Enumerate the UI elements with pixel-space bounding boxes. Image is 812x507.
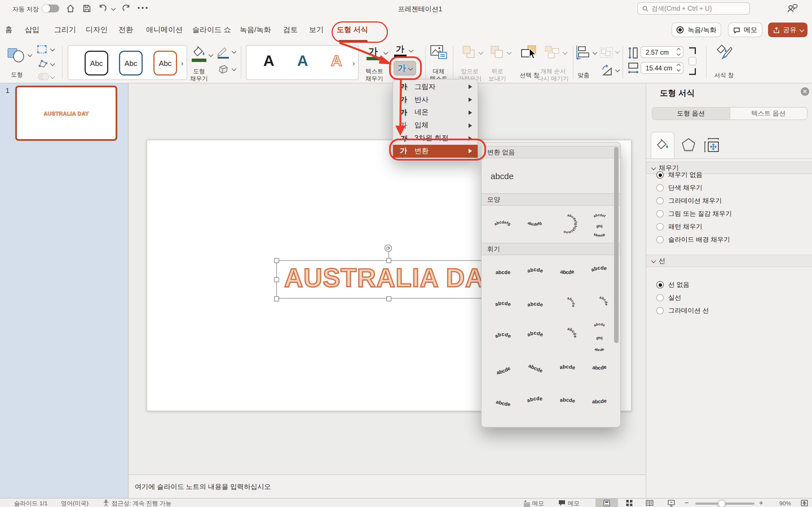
slide-thumbnail[interactable]: AUSTRALIA DAY — [15, 86, 117, 141]
send-backward-icon[interactable] — [490, 45, 505, 60]
warp-style-10[interactable]: abcde — [519, 322, 551, 351]
merge-shapes-chevron-icon[interactable] — [50, 74, 55, 79]
fill-option-pattern[interactable]: 패턴 채우기 — [656, 223, 702, 231]
zoom-in-icon[interactable]: + — [759, 499, 763, 507]
fill-option-none[interactable]: 채우기 없음 — [656, 171, 702, 179]
tab-animations[interactable]: 애니메이션 — [146, 25, 183, 38]
record-button[interactable]: 녹음/녹화 — [672, 22, 721, 37]
selection-handle-bc[interactable] — [386, 296, 391, 301]
language-indicator[interactable]: 영어(미국) — [61, 500, 89, 507]
selection-handle-tl[interactable] — [274, 258, 279, 263]
path-arch-up[interactable]: abcdefg — [487, 207, 518, 242]
wordart-style-2[interactable]: A — [297, 52, 308, 70]
fill-option-gradient[interactable]: 그라데이션 채우기 — [656, 196, 722, 205]
undo-chevron-icon[interactable] — [111, 6, 116, 11]
accessibility-status[interactable]: 접근성: 계속 진행 가능 — [112, 500, 171, 507]
warp-style-9[interactable]: abcde — [487, 322, 519, 351]
home-icon[interactable] — [65, 3, 75, 13]
width-input[interactable]: 15.44 cm — [641, 62, 683, 74]
alt-text-icon[interactable] — [430, 45, 447, 60]
warp-style-8[interactable]: abcde — [583, 289, 615, 318]
send-backward-chevron-icon[interactable] — [507, 50, 512, 55]
rotate-handle[interactable]: ⟳ — [385, 244, 392, 252]
rotate-icon[interactable] — [600, 64, 613, 76]
shape-outline-icon[interactable] — [216, 46, 230, 59]
tab-review[interactable]: 검토 — [283, 25, 298, 38]
comments-button[interactable]: 메모 — [728, 22, 762, 37]
shape-style-3[interactable]: Abc — [153, 51, 177, 75]
fit-to-window-icon[interactable] — [801, 500, 808, 506]
lock-aspect-button[interactable] — [689, 57, 696, 65]
autosave-toggle[interactable] — [42, 4, 59, 12]
warp-style-24[interactable]: abcde — [583, 420, 615, 428]
slide-wordart-text[interactable]: AUSTRALIA DAY — [284, 263, 500, 293]
line-option-solid[interactable]: 실선 — [656, 293, 681, 302]
shape-effects-chevron-icon[interactable] — [232, 66, 237, 71]
fill-option-solid[interactable]: 단색 채우기 — [656, 184, 702, 192]
comments-toggle-label[interactable]: 메모 — [568, 500, 580, 507]
warp-style-12[interactable]: abcdeghijabcde — [583, 322, 615, 351]
reorder-objects-icon[interactable] — [544, 45, 561, 60]
warp-style-18[interactable]: abcde — [519, 387, 551, 416]
notes-area[interactable]: 여기에 슬라이드 노트의 내용을 입력하십시오 — [129, 474, 646, 498]
warp-style-23[interactable]: abcde — [552, 420, 583, 428]
warp-style-3[interactable]: abcde — [552, 256, 583, 286]
fill-option-background[interactable]: 슬라이드 배경 채우기 — [656, 235, 730, 244]
redo-icon[interactable] — [122, 3, 132, 13]
menu-item-shadow[interactable]: 가 그림자 — [393, 80, 477, 94]
normal-view-button[interactable] — [596, 499, 618, 507]
merge-shapes-icon[interactable] — [37, 72, 50, 81]
align-icon[interactable] — [575, 45, 592, 60]
align-chevron-icon[interactable] — [593, 50, 598, 55]
slide-sorter-view-button[interactable] — [622, 499, 636, 507]
tab-shape-options[interactable]: 도형 옵션 — [652, 108, 730, 119]
zoom-slider-thumb[interactable] — [718, 499, 726, 507]
height-steppers[interactable] — [677, 48, 680, 55]
tab-insert[interactable]: 삽입 — [25, 25, 40, 38]
transform-none-item[interactable]: abcde — [481, 158, 620, 193]
path-button[interactable]: abcdef ghij klmnop — [584, 207, 615, 242]
size-properties-icon[interactable] — [704, 137, 719, 152]
text-fill-chevron-icon[interactable] — [384, 50, 388, 55]
menu-item-glow[interactable]: 가 네온 — [393, 106, 477, 119]
undo-icon[interactable] — [97, 3, 107, 13]
warp-style-20[interactable]: abcde — [583, 387, 615, 416]
tab-design[interactable]: 디자인 — [86, 25, 108, 38]
selection-handle-tc[interactable] — [386, 258, 391, 263]
group-icon[interactable] — [599, 46, 613, 59]
height-input[interactable]: 2.57 cm — [641, 46, 683, 58]
shape-fill-icon[interactable] — [192, 46, 206, 57]
warp-style-17[interactable]: abcde — [487, 387, 519, 416]
warp-style-16[interactable]: abcde — [583, 354, 615, 384]
rotate-chevron-icon[interactable] — [615, 68, 620, 72]
warp-style-5[interactable]: abcde — [487, 289, 519, 318]
tab-record[interactable]: 녹음/녹화 — [240, 25, 271, 38]
menu-item-reflection[interactable]: 가 반사 — [393, 94, 477, 107]
warp-style-15[interactable]: abcde — [552, 354, 583, 384]
line-section-header[interactable]: 선 — [646, 255, 812, 267]
path-arch-down[interactable]: abcdefg — [520, 207, 550, 242]
warp-style-21[interactable]: abcde — [487, 420, 519, 428]
shapes-chevron-icon[interactable] — [28, 52, 33, 57]
warp-style-11[interactable]: abcde — [552, 322, 583, 351]
warp-style-7[interactable]: abcde — [552, 289, 583, 318]
bring-forward-chevron-icon[interactable] — [479, 50, 484, 55]
shape-style-2[interactable]: Abc — [119, 51, 143, 75]
reading-view-button[interactable] — [643, 499, 656, 507]
selection-handle-bl[interactable] — [274, 296, 279, 301]
warp-style-14[interactable]: abcde — [519, 354, 551, 384]
text-fill-glyph[interactable]: 가 — [368, 45, 378, 58]
fill-line-tab-card[interactable] — [651, 132, 674, 158]
submenu-scrollbar[interactable] — [614, 147, 619, 343]
menu-item-bevel[interactable]: 가 입체 — [393, 119, 477, 132]
slideshow-view-button[interactable] — [664, 499, 678, 507]
zoom-level[interactable]: 90% — [774, 500, 791, 506]
zoom-out-icon[interactable]: − — [684, 499, 689, 507]
wordart-style-3[interactable]: A — [331, 52, 342, 70]
fill-option-picture[interactable]: 그림 또는 질감 채우기 — [656, 210, 732, 218]
warp-style-6[interactable]: abcde — [519, 289, 551, 318]
edit-shape-icon[interactable] — [37, 59, 49, 69]
width-steppers[interactable] — [677, 64, 680, 71]
warp-style-22[interactable]: abcde — [519, 420, 551, 428]
text-box-chevron-icon[interactable] — [50, 47, 55, 52]
